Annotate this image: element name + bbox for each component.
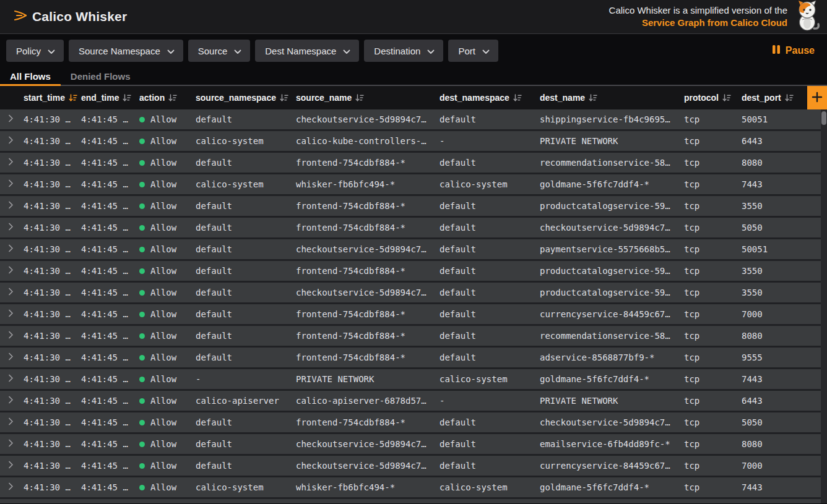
expand-cell[interactable] — [6, 331, 24, 341]
allow-status-dot — [139, 247, 145, 252]
expand-cell[interactable] — [6, 136, 24, 146]
cell-start-time: 4:41:30 … — [24, 396, 81, 406]
cell-protocol: tcp — [684, 309, 742, 319]
row-expand-chevron-icon[interactable] — [8, 439, 14, 449]
row-expand-chevron-icon[interactable] — [8, 374, 14, 384]
flow-row[interactable]: 4:41:30 …4:41:45 …Allowdefaultfrontend-7… — [0, 218, 821, 239]
column-header-dest-namespace[interactable]: dest_namespace — [439, 93, 540, 103]
scrollbar-thumb[interactable] — [821, 111, 826, 125]
action-label: Allow — [150, 288, 176, 297]
expand-cell[interactable] — [6, 288, 24, 297]
cell-dest-port: 3550 — [742, 201, 821, 211]
flow-row[interactable]: 4:41:30 …4:41:45 …Allowdefaultcheckoutse… — [0, 239, 821, 261]
row-expand-chevron-icon[interactable] — [8, 352, 14, 362]
column-header-dest-port[interactable]: dest_port — [742, 93, 807, 103]
flow-row[interactable]: 4:41:30 …4:41:45 …Allowdefaultcheckoutse… — [0, 456, 821, 477]
table-header-row: start_timeend_timeactionsource_namespace… — [0, 86, 827, 109]
row-expand-chevron-icon[interactable] — [8, 179, 14, 189]
flow-row[interactable]: 4:41:30 …4:41:45 …Allowdefaultfrontend-7… — [0, 348, 821, 369]
column-header-action[interactable]: action — [139, 93, 196, 103]
cell-dest-namespace: default — [439, 201, 540, 211]
row-expand-chevron-icon[interactable] — [8, 223, 14, 233]
calico-cat-mascot — [794, 0, 822, 33]
row-expand-chevron-icon[interactable] — [8, 201, 14, 211]
flow-row[interactable]: 4:41:30 …4:41:45 …Allowdefaultfrontend-7… — [0, 326, 821, 348]
cell-action: Allow — [139, 396, 196, 406]
row-expand-chevron-icon[interactable] — [8, 309, 14, 319]
row-expand-chevron-icon[interactable] — [8, 482, 14, 492]
expand-cell[interactable] — [6, 179, 24, 189]
expand-cell[interactable] — [6, 223, 24, 233]
tab-denied-flows[interactable]: Denied Flows — [61, 67, 141, 85]
flow-row[interactable]: 4:41:30 …4:41:45 …Allowdefaultfrontend-7… — [0, 153, 821, 174]
cell-dest-port: 3550 — [742, 266, 821, 276]
filter-source-namespace[interactable]: Source Namespace — [69, 40, 183, 62]
row-expand-chevron-icon[interactable] — [8, 158, 14, 168]
row-expand-chevron-icon[interactable] — [8, 288, 14, 297]
expand-cell[interactable] — [6, 244, 24, 254]
service-graph-link[interactable]: Service Graph from Calico Cloud — [642, 17, 787, 29]
column-header-source-name[interactable]: source_name — [296, 93, 439, 103]
column-header-source-namespace[interactable]: source_namespace — [196, 93, 296, 103]
expand-cell[interactable] — [6, 482, 24, 492]
expand-cell[interactable] — [6, 439, 24, 449]
cell-protocol: tcp — [684, 179, 742, 189]
flow-row[interactable]: 4:41:30 …4:41:45 …Allowdefaultfrontend-7… — [0, 304, 821, 326]
cell-source-name: whisker-fb6bfc494-* — [296, 482, 439, 492]
expand-cell[interactable] — [6, 114, 24, 124]
flow-row[interactable]: 4:41:30 …4:41:45 …Allowdefaultcheckoutse… — [0, 283, 821, 304]
filter-destination[interactable]: Destination — [364, 40, 443, 62]
column-header-end-time[interactable]: end_time — [81, 93, 139, 103]
filter-dest-namespace[interactable]: Dest Namespace — [255, 40, 359, 62]
scrollbar-track[interactable] — [821, 109, 827, 503]
expand-cell[interactable] — [6, 417, 24, 427]
flow-row[interactable]: 4:41:30 …4:41:45 …Allowcalico-systemwhis… — [0, 477, 821, 499]
flow-row[interactable]: 4:41:30 …4:41:45 …Allowdefaultfrontend-7… — [0, 196, 821, 218]
row-expand-chevron-icon[interactable] — [8, 417, 14, 427]
action-label: Allow — [150, 374, 176, 384]
row-expand-chevron-icon[interactable] — [8, 461, 14, 471]
row-expand-chevron-icon[interactable] — [8, 331, 14, 341]
cell-end-time: 4:41:45 … — [81, 244, 139, 254]
cell-protocol: tcp — [684, 266, 742, 276]
row-expand-chevron-icon[interactable] — [8, 136, 14, 146]
chevron-down-icon — [427, 46, 435, 56]
action-label: Allow — [150, 114, 176, 124]
flow-row[interactable]: 4:41:30 …4:41:45 …Allowcalico-systemwhis… — [0, 174, 821, 196]
row-expand-chevron-icon[interactable] — [8, 244, 14, 254]
column-label: protocol — [684, 93, 719, 103]
column-header-dest-name[interactable]: dest_name — [540, 93, 684, 103]
row-expand-chevron-icon[interactable] — [8, 114, 14, 124]
expand-cell[interactable] — [6, 461, 24, 471]
filter-policy[interactable]: Policy — [6, 40, 64, 62]
add-column-button[interactable] — [807, 86, 827, 109]
expand-cell[interactable] — [6, 374, 24, 384]
expand-cell[interactable] — [6, 201, 24, 211]
flow-row[interactable]: 4:41:30 …4:41:45 …Allowcalico-apiserverc… — [0, 391, 821, 412]
flow-row[interactable]: 4:41:30 …4:41:45 …Allowdefaultfrontend-7… — [0, 412, 821, 434]
flow-row[interactable]: 4:41:30 …4:41:45 …Allowcalico-systemcali… — [0, 131, 821, 153]
pause-button[interactable]: Pause — [768, 44, 818, 58]
filter-port[interactable]: Port — [448, 40, 498, 62]
flow-row-partial[interactable] — [0, 499, 821, 503]
flow-row[interactable]: 4:41:30 …4:41:45 …Allowdefaultcheckoutse… — [0, 434, 821, 456]
row-expand-chevron-icon[interactable] — [8, 396, 14, 406]
flow-row[interactable]: 4:41:30 …4:41:45 …Allow-PRIVATE NETWORKc… — [0, 369, 821, 391]
expand-cell[interactable] — [6, 158, 24, 168]
expand-cell[interactable] — [6, 266, 24, 276]
cell-source-namespace: calico-system — [196, 179, 296, 189]
expand-cell[interactable] — [6, 352, 24, 362]
action-label: Allow — [150, 417, 176, 427]
filter-source[interactable]: Source — [188, 40, 251, 62]
tab-all-flows[interactable]: All Flows — [0, 67, 61, 85]
column-header-protocol[interactable]: protocol — [684, 93, 742, 103]
flow-row[interactable]: 4:41:30 …4:41:45 …Allowdefaultcheckoutse… — [0, 109, 821, 131]
expand-cell[interactable] — [6, 396, 24, 406]
allow-status-dot — [139, 398, 145, 404]
row-expand-chevron-icon[interactable] — [8, 266, 14, 276]
expand-cell[interactable] — [6, 309, 24, 319]
cell-end-time: 4:41:45 … — [81, 461, 139, 471]
flow-row[interactable]: 4:41:30 …4:41:45 …Allowdefaultfrontend-7… — [0, 261, 821, 283]
column-header-start-time[interactable]: start_time — [24, 93, 81, 103]
action-label: Allow — [150, 396, 176, 406]
